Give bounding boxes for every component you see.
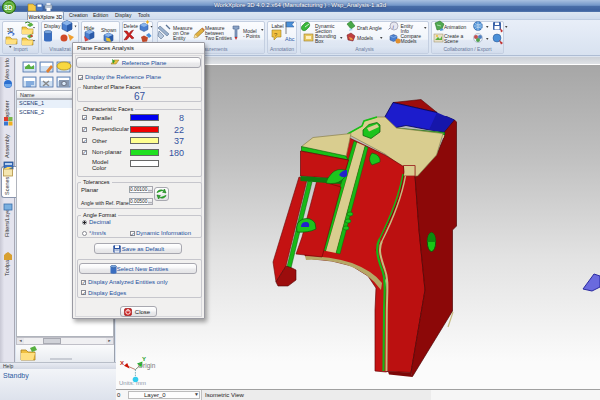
svg-text:Units: mm: Units: mm	[119, 380, 146, 386]
svg-text:Origin: Origin	[138, 362, 156, 370]
svg-text:Abc: Abc	[285, 36, 295, 42]
svg-text:X: X	[120, 360, 124, 366]
